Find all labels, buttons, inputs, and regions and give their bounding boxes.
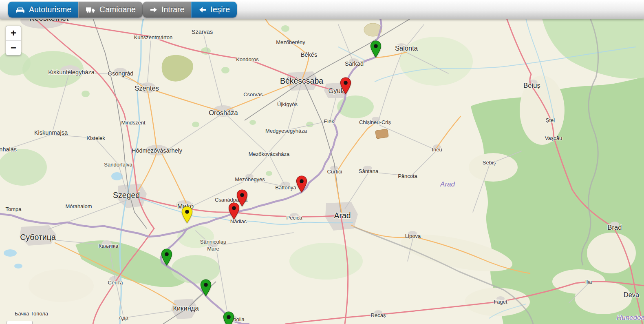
scale-control [7,321,33,324]
red-status-marker-icon[interactable] [228,202,240,220]
map-markers-layer [0,0,644,324]
zoom-in-button[interactable]: + [6,26,21,41]
intrare-button[interactable]: Intrare [143,2,191,18]
autoturisme-label: Autoturisme [29,5,71,14]
direction-group: Intrare Ieșire [143,2,237,18]
intrare-label: Intrare [161,5,184,14]
zoom-control: + − [6,26,21,55]
camioane-button[interactable]: Camioane [78,2,143,18]
truck-icon [86,6,96,13]
iesire-label: Ieșire [210,5,230,14]
iesire-button[interactable]: Ieșire [191,2,237,18]
toolbar: Autoturisme Camioane Intrare Ieșire [0,0,644,19]
arrow-left-icon [198,6,207,13]
autoturisme-button[interactable]: Autoturisme [8,2,78,18]
green-status-marker-icon[interactable] [370,40,382,58]
green-status-marker-icon[interactable] [161,249,172,266]
zoom-out-button[interactable]: − [6,41,21,55]
green-status-marker-icon[interactable] [200,279,212,296]
yellow-status-marker-icon[interactable] [181,206,193,223]
camioane-label: Camioane [99,5,136,14]
vehicle-type-group: Autoturisme Camioane [8,2,143,18]
arrow-right-icon [150,6,158,13]
red-status-marker-icon[interactable] [340,77,351,94]
car-icon [15,6,25,13]
red-status-marker-icon[interactable] [296,175,307,193]
app: KecskemétSzarvasKunszentmártonMezőberény… [0,0,644,324]
green-status-marker-icon[interactable] [223,311,234,324]
